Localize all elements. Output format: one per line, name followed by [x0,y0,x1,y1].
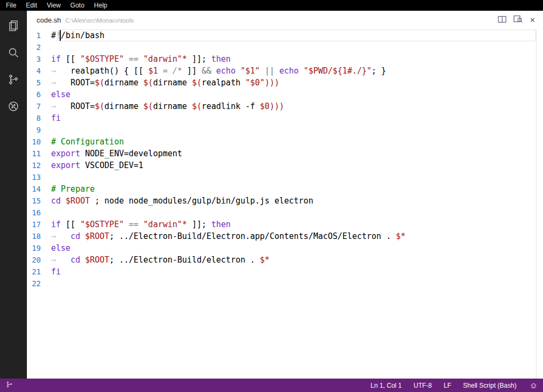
line-content: cd $ROOT ; node node_modules/gulp/bin/gu… [49,195,313,207]
code-line[interactable]: 1#!/bin/bash [27,30,543,41]
line-number: 8 [27,112,49,124]
preview-button[interactable] [513,15,523,25]
workbench: code.sh C:\Alex\src\Monaco\tools [0,11,543,379]
line-number: 14 [27,183,49,195]
activity-bar [0,11,27,379]
line-number: 10 [27,136,49,148]
line-number: 22 [27,278,49,289]
menu-item-goto[interactable]: Goto [66,0,89,11]
line-number: 6 [27,89,49,100]
code-line[interactable]: 2 [27,41,543,53]
line-number: 15 [27,195,49,207]
line-content: else [49,242,70,254]
line-content: #!/bin/bash [49,30,104,41]
editor-group: code.sh C:\Alex\src\Monaco\tools [27,11,543,379]
line-content: else [49,89,70,100]
line-number: 16 [27,207,49,219]
tab-bar: code.sh C:\Alex\src\Monaco\tools [27,11,543,30]
code-line[interactable]: 16 [27,207,543,219]
no-debug-icon [7,100,20,113]
line-number: 9 [27,124,49,136]
tab-file-name: code.sh [37,16,61,24]
code-line[interactable]: 20→ cd $ROOT; ../Electron-Build/electron… [27,254,543,266]
code-editor[interactable]: 1#!/bin/bash23if [[ "$OSTYPE" == "darwin… [27,30,543,379]
split-editor-button[interactable] [498,16,506,25]
status-cursor-position[interactable]: Ln 1, Col 1 [370,382,402,389]
git-branch-status-button[interactable] [5,380,13,390]
code-lines: 1#!/bin/bash23if [[ "$OSTYPE" == "darwin… [27,30,543,289]
code-line[interactable]: 22 [27,278,543,289]
line-number: 3 [27,53,49,65]
status-eol-indicator[interactable]: LF [444,382,451,389]
menu-item-file[interactable]: File [1,0,21,11]
activity-item-debug[interactable] [4,97,23,116]
split-editor-icon [498,16,506,23]
line-number: 19 [27,242,49,254]
line-content: if [[ "$OSTYPE" == "darwin"* ]]; then [49,53,231,65]
activity-item-search[interactable] [4,43,23,62]
line-number: 13 [27,171,49,183]
scrollbar-track[interactable] [536,30,537,379]
line-content [49,207,51,219]
code-line[interactable]: 17if [[ "$OSTYPE" == "darwin"* ]]; then [27,219,543,230]
menu-item-help[interactable]: Help [89,0,112,11]
line-content: → realpath() { [[ $1 = /* ]] && echo "$1… [49,65,386,77]
line-number: 12 [27,159,49,171]
line-content: → ROOT=$(dirname $(dirname $(readlink -f… [49,100,284,112]
line-content: if [[ "$OSTYPE" == "darwin"* ]]; then [49,219,231,230]
line-content: fi [49,112,61,124]
code-line[interactable]: 4→ realpath() { [[ $1 = /* ]] && echo "$… [27,65,543,77]
code-line[interactable]: 15cd $ROOT ; node node_modules/gulp/bin/… [27,195,543,207]
git-branch-icon [7,73,20,86]
text-cursor [60,30,61,41]
line-content: export VSCODE_DEV=1 [49,159,144,171]
status-left [5,380,13,390]
line-number: 5 [27,77,49,89]
code-line[interactable]: 11export NODE_ENV=development [27,148,543,159]
tab-code-sh[interactable]: code.sh C:\Alex\src\Monaco\tools [37,16,134,24]
menu-item-view[interactable]: View [42,0,66,11]
code-line[interactable]: 12export VSCODE_DEV=1 [27,159,543,171]
code-line[interactable]: 19else [27,242,543,254]
code-line[interactable]: 8fi [27,112,543,124]
activity-item-explorer[interactable] [4,16,23,35]
code-line[interactable]: 9 [27,124,543,136]
line-content: → ROOT=$(dirname $(dirname $(realpath "$… [49,77,279,89]
code-line[interactable]: 6else [27,89,543,100]
close-button[interactable]: ✕ [530,17,535,24]
line-number: 21 [27,266,49,278]
status-right: Ln 1, Col 1UTF-8LFShell Script (Bash) ☺ [370,381,538,389]
code-line[interactable]: 13 [27,171,543,183]
status-bar: Ln 1, Col 1UTF-8LFShell Script (Bash) ☺ [0,379,543,392]
line-number: 4 [27,65,49,77]
line-number: 20 [27,254,49,266]
code-line[interactable]: 14# Prepare [27,183,543,195]
menu-items: FileEditViewGotoHelp [1,0,112,11]
code-line[interactable]: 3if [[ "$OSTYPE" == "darwin"* ]]; then [27,53,543,65]
line-content: # Prepare [49,183,95,195]
preview-icon [513,15,523,23]
close-icon: ✕ [530,16,535,24]
line-content: → cd $ROOT; ../Electron-Build/electron .… [49,254,269,266]
line-content: → cd $ROOT; ../Electron-Build/Electron.a… [49,230,405,242]
search-icon [7,46,20,59]
status-encoding[interactable]: UTF-8 [413,382,432,389]
status-language-mode[interactable]: Shell Script (Bash) [463,382,516,389]
line-number: 2 [27,41,49,53]
editor-actions: ✕ [498,11,535,30]
code-line[interactable]: 5→ ROOT=$(dirname $(dirname $(realpath "… [27,77,543,89]
line-number: 1 [27,30,49,41]
feedback-smiley-icon[interactable]: ☺ [530,381,538,389]
menu-item-edit[interactable]: Edit [21,0,42,11]
code-line[interactable]: 10# Configuration [27,136,543,148]
code-line[interactable]: 18→ cd $ROOT; ../Electron-Build/Electron… [27,230,543,242]
line-content [49,124,51,136]
line-content: export NODE_ENV=development [49,148,182,159]
line-content: fi [49,266,61,278]
code-line[interactable]: 21fi [27,266,543,278]
code-line[interactable]: 7→ ROOT=$(dirname $(dirname $(readlink -… [27,100,543,112]
tab-file-path: C:\Alex\src\Monaco\tools [66,17,134,24]
activity-item-git[interactable] [4,70,23,89]
line-content [49,41,51,53]
line-number: 18 [27,230,49,242]
